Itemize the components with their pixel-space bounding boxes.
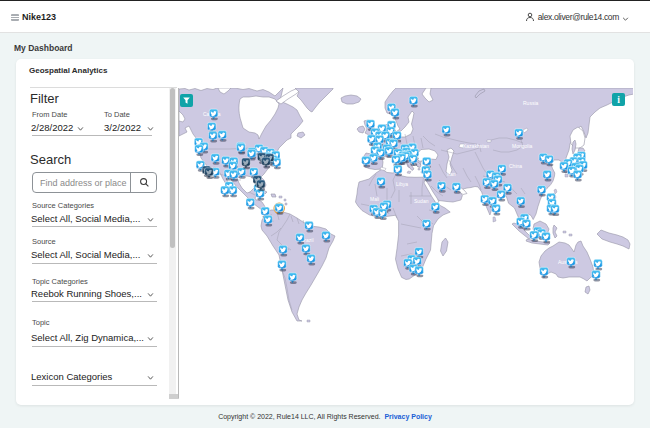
svg-text:China: China (509, 163, 522, 169)
svg-text:Mali: Mali (370, 196, 379, 202)
svg-text:Iran: Iran (447, 171, 456, 177)
svg-text:Kazakhstan: Kazakhstan (463, 143, 489, 149)
svg-text:Libya: Libya (396, 181, 408, 187)
svg-text:Russia: Russia (523, 100, 539, 106)
svg-text:Mongolia: Mongolia (512, 143, 533, 149)
svg-text:i: i (617, 95, 620, 105)
svg-text:Sudan: Sudan (414, 198, 429, 204)
